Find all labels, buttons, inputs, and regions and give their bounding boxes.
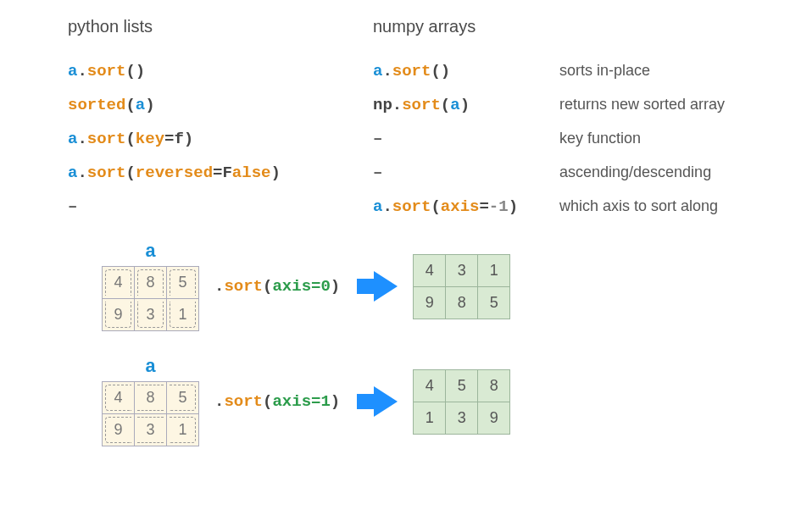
matrix-cell: 4: [103, 267, 135, 299]
diagram-row: a 485931 .sort(axis=0) 431985: [102, 241, 733, 331]
arrow-right-icon: [374, 386, 398, 417]
desc-row: which axis to sort along: [559, 197, 733, 216]
arrow-right-icon: [374, 271, 398, 302]
matrix-cell: 8: [135, 382, 167, 414]
matrix-cell: 1: [478, 254, 510, 286]
py-code-row: a.sort(reversed=False): [68, 163, 373, 182]
matrix: 485931: [102, 266, 199, 331]
matrix-cell: 9: [478, 402, 510, 434]
desc-row: sorts in-place: [559, 62, 733, 80]
matrix-cell: 3: [135, 414, 167, 446]
py-code-row: a.sort(): [68, 62, 373, 80]
matrix-cell: 8: [446, 286, 478, 319]
np-code-row: a.sort(axis=-1): [373, 197, 559, 216]
input-matrix-wrap: a 485931: [102, 241, 199, 331]
matrix-cell: 5: [167, 382, 199, 414]
matrix-cell: 4: [414, 369, 446, 402]
matrix: 431985: [413, 254, 510, 319]
matrix: 485931: [102, 381, 199, 446]
header-python: python lists: [68, 17, 373, 36]
diagram-row: a 485931 .sort(axis=1) 458139: [102, 357, 733, 446]
matrix-cell: 5: [167, 267, 199, 299]
diagram-call: .sort(axis=0): [214, 277, 340, 296]
matrix-cell: 9: [103, 299, 135, 331]
desc-row: key function: [559, 130, 733, 148]
matrix-cell: 9: [103, 414, 135, 446]
input-matrix-wrap: a 485931: [102, 357, 199, 446]
matrix-cell: 9: [414, 286, 446, 319]
py-code-row: –: [68, 197, 373, 216]
matrix-cell: 1: [167, 299, 199, 331]
matrix-label: a: [145, 241, 156, 263]
matrix-cell: 5: [446, 369, 478, 402]
np-code-row: np.sort(a): [373, 96, 559, 114]
comparison-table: python lists numpy arrays a.sort()a.sort…: [68, 17, 733, 216]
header-numpy: numpy arrays: [373, 17, 559, 36]
py-code-row: a.sort(key=f): [68, 130, 373, 148]
diagram-call: .sort(axis=1): [214, 392, 340, 411]
diagrams: a 485931 .sort(axis=0) 431985 a 485931 .…: [68, 241, 733, 446]
np-code-row: –: [373, 163, 559, 182]
np-code-row: –: [373, 130, 559, 148]
matrix-cell: 1: [414, 402, 446, 434]
np-code-row: a.sort(): [373, 62, 559, 80]
matrix-label: a: [145, 357, 156, 378]
matrix-cell: 3: [446, 402, 478, 434]
matrix-cell: 4: [414, 254, 446, 286]
matrix-cell: 3: [446, 254, 478, 286]
py-code-row: sorted(a): [68, 96, 373, 114]
desc-row: ascending/descending: [559, 163, 733, 182]
matrix-cell: 8: [135, 267, 167, 299]
matrix-cell: 3: [135, 299, 167, 331]
matrix-cell: 1: [167, 414, 199, 446]
matrix: 458139: [413, 369, 510, 435]
matrix-cell: 8: [478, 369, 510, 402]
matrix-cell: 4: [103, 382, 135, 414]
desc-row: returns new sorted array: [559, 96, 733, 114]
matrix-cell: 5: [478, 286, 510, 319]
